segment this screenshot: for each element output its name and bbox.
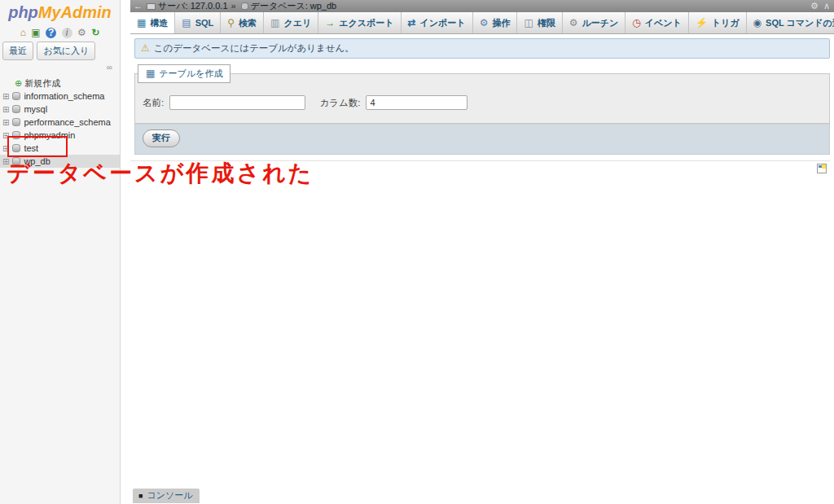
table-name-input[interactable] xyxy=(169,95,305,110)
tab-structure[interactable]: ▦構造 xyxy=(130,12,175,33)
warning-icon: ⚠ xyxy=(141,42,150,54)
breadcrumb-server-link[interactable]: サーバ: 127.0.0.1 xyxy=(158,1,228,11)
back-arrow-icon[interactable]: ← xyxy=(134,1,143,11)
tab-export[interactable]: →エクスポート xyxy=(318,12,401,33)
search-icon: ⚲ xyxy=(227,18,235,28)
logo-text-php: php xyxy=(8,3,38,21)
database-icon xyxy=(12,118,20,126)
breadcrumb-controls: ⚙∧ xyxy=(805,0,830,11)
tree-item-new-database[interactable]: ⊕新規作成 xyxy=(0,77,120,90)
sql-icon: ▤ xyxy=(182,18,191,28)
tab-search[interactable]: ⚲検索 xyxy=(221,12,264,33)
open-query-window-icon[interactable] xyxy=(817,164,827,173)
tab-label: SQL コマンドの追跡 xyxy=(766,17,834,29)
warning-text: このデータベースにはテーブルがありません。 xyxy=(154,43,354,53)
tab-label: 検索 xyxy=(239,17,257,29)
go-button[interactable]: 実行 xyxy=(143,129,180,147)
navigation-toolbar: ⌂ ▣ ? i ⚙ ↻ xyxy=(0,24,120,37)
expand-icon[interactable]: ⊞ xyxy=(2,92,9,101)
navigation-panel: phpMyAdmin ⌂ ▣ ? i ⚙ ↻ 最近 お気に入り ∞ ⊕新規作成 … xyxy=(0,0,121,504)
content-divider xyxy=(130,160,830,178)
new-database-icon: ⊕ xyxy=(15,78,22,88)
database-icon xyxy=(12,157,20,165)
breadcrumb-separator: » xyxy=(231,1,236,11)
tree-item-wp-db[interactable]: ⊞wp_db xyxy=(0,155,120,168)
reload-icon[interactable]: ↻ xyxy=(91,28,99,38)
collapse-menu-icon[interactable]: ∧ xyxy=(823,1,830,11)
tab-label: エクスポート xyxy=(339,17,393,29)
tree-item-label: wp_db xyxy=(24,156,50,166)
tab-label: インポート xyxy=(420,17,466,29)
favorites-button[interactable]: お気に入り xyxy=(37,42,95,60)
phpmyadmin-logo[interactable]: phpMyAdmin xyxy=(0,0,120,22)
tree-item-label: performance_schema xyxy=(24,117,110,127)
server-icon xyxy=(147,3,156,10)
database-tree: ⊕新規作成 ⊞information_schema ⊞mysql ⊞perfor… xyxy=(0,77,120,168)
triggers-icon: ⚡ xyxy=(696,18,708,28)
tab-tracking[interactable]: ◉SQL コマンドの追跡 xyxy=(747,12,834,33)
docs-icon[interactable]: i xyxy=(62,28,72,38)
database-icon xyxy=(12,144,20,152)
columns-count-input[interactable] xyxy=(366,95,467,110)
breadcrumb-database-link[interactable]: データベース: wp_db xyxy=(251,1,337,11)
breadcrumb: ←サーバ: 127.0.0.1»データベース: wp_db ⚙∧ xyxy=(130,0,834,12)
main-panel: ←サーバ: 127.0.0.1»データベース: wp_db ⚙∧ ▦構造 ▤SQ… xyxy=(130,0,834,504)
expand-icon[interactable]: ⊞ xyxy=(2,105,9,114)
legend-text: テーブルを作成 xyxy=(159,68,222,78)
eye-icon: ◉ xyxy=(753,18,762,28)
tab-label: クエリ xyxy=(283,17,311,29)
tab-label: ルーチン xyxy=(582,17,619,29)
tree-item-label: 新規作成 xyxy=(24,78,60,88)
tab-label: イベント xyxy=(645,17,682,29)
page-settings-icon[interactable]: ⚙ xyxy=(810,1,819,11)
chain-icon[interactable]: ∞ xyxy=(107,63,112,72)
export-icon: → xyxy=(325,18,335,28)
tab-triggers[interactable]: ⚡トリガ xyxy=(689,12,747,33)
query-icon: ▥ xyxy=(270,18,279,28)
home-icon[interactable]: ⌂ xyxy=(20,28,26,38)
console-icon: ■ xyxy=(138,492,143,500)
tree-item-mysql[interactable]: ⊞mysql xyxy=(0,103,120,116)
tab-label: SQL xyxy=(195,18,214,28)
database-icon xyxy=(12,92,20,100)
tab-label: 権限 xyxy=(538,17,555,29)
tab-events[interactable]: ◷イベント xyxy=(626,12,689,33)
tree-item-label: test xyxy=(24,143,38,153)
tree-item-label: phpmyadmin xyxy=(24,130,75,140)
expand-icon[interactable]: ⊞ xyxy=(2,118,9,127)
database-icon xyxy=(241,2,248,10)
table-name-label: 名前: xyxy=(143,98,164,107)
console-label: コンソール xyxy=(147,490,192,500)
recent-button[interactable]: 最近 xyxy=(2,42,33,60)
expand-icon[interactable]: ⊞ xyxy=(2,157,9,166)
expand-icon[interactable]: ⊞ xyxy=(2,144,9,153)
tab-routines[interactable]: ⚙ルーチン xyxy=(563,12,626,33)
tree-item-test[interactable]: ⊞test xyxy=(0,142,120,155)
tab-label: トリガ xyxy=(712,17,740,29)
expand-icon[interactable]: ⊞ xyxy=(2,131,9,140)
tab-sql[interactable]: ▤SQL xyxy=(175,12,221,33)
settings-icon[interactable]: ⚙ xyxy=(77,28,86,38)
columns-count-label: カラム数: xyxy=(319,98,360,107)
navigation-filter-buttons: 最近 お気に入り xyxy=(2,42,118,60)
content-area: ⚠このデータベースにはテーブルがありません。 ▦テーブルを作成 名前: カラム数… xyxy=(130,38,834,178)
structure-icon: ▦ xyxy=(137,18,146,28)
tab-query[interactable]: ▥クエリ xyxy=(264,12,318,33)
logout-icon[interactable]: ▣ xyxy=(31,28,40,38)
tree-item-phpmyadmin[interactable]: ⊞phpmyadmin xyxy=(0,129,120,142)
help-icon[interactable]: ? xyxy=(46,28,56,38)
tree-item-information-schema[interactable]: ⊞information_schema xyxy=(0,90,120,103)
tree-item-performance-schema[interactable]: ⊞performance_schema xyxy=(0,116,120,129)
wrench-icon: ⚙ xyxy=(480,18,489,28)
tab-operations[interactable]: ⚙操作 xyxy=(473,12,518,33)
tab-privileges[interactable]: ◫権限 xyxy=(517,12,562,33)
create-table-footer: 実行 xyxy=(134,124,830,155)
database-tabs: ▦構造 ▤SQL ⚲検索 ▥クエリ →エクスポート ⇄インポート ⚙操作 ◫権限… xyxy=(130,12,834,34)
console-toggle[interactable]: ■コンソール xyxy=(133,489,200,503)
tree-item-label: information_schema xyxy=(24,91,104,101)
tree-item-label: mysql xyxy=(24,104,47,114)
database-icon xyxy=(12,105,20,113)
tab-import[interactable]: ⇄インポート xyxy=(402,12,473,33)
database-icon xyxy=(12,131,20,139)
import-icon: ⇄ xyxy=(408,18,416,28)
